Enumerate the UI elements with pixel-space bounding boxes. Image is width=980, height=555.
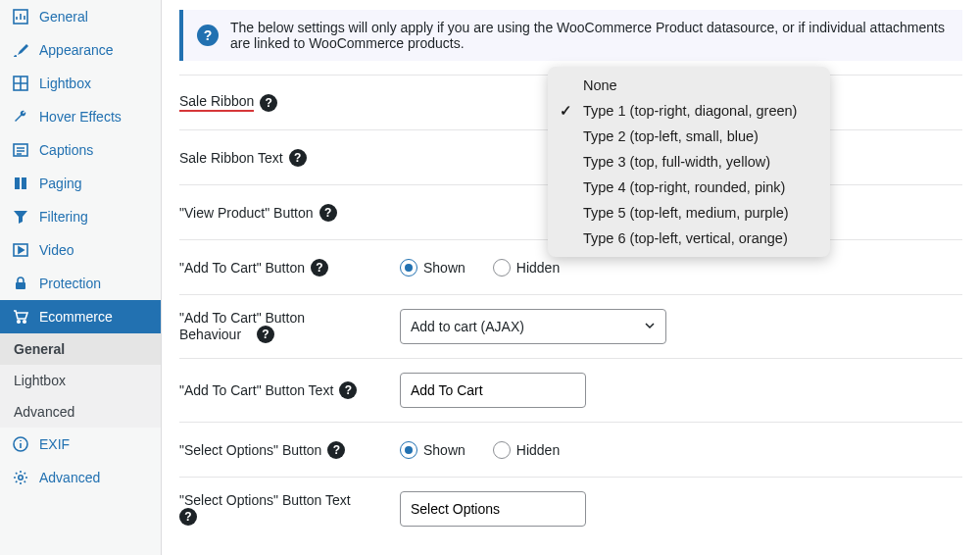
dropdown-option-type4[interactable]: Type 4 (top-right, rounded, pink)	[548, 175, 830, 200]
settings-sidebar: General Appearance Lightbox Hover Effect…	[0, 0, 162, 555]
atc-behaviour-select[interactable]: Add to cart (AJAX)	[400, 309, 666, 344]
svg-point-5	[18, 321, 21, 324]
sidebar-item-protection[interactable]: Protection	[0, 267, 161, 300]
help-icon[interactable]: ?	[339, 381, 357, 399]
radio-hidden[interactable]: Hidden	[493, 259, 560, 277]
sidebar-item-appearance[interactable]: Appearance	[0, 33, 161, 67]
chart-icon	[12, 8, 29, 25]
sidebar-item-label: Video	[39, 242, 74, 258]
radio-label: Shown	[423, 260, 466, 276]
sidebar-item-label: EXIF	[39, 436, 70, 452]
sidebar-item-paging[interactable]: Paging	[0, 167, 161, 200]
book-icon	[12, 175, 29, 192]
info-circle-icon: ?	[197, 25, 219, 46]
svg-point-8	[19, 476, 23, 479]
sidebar-sub-label: Advanced	[14, 404, 74, 420]
sidebar-item-captions[interactable]: Captions	[0, 133, 161, 167]
radio-circle-icon	[400, 259, 417, 277]
sidebar-sub-advanced[interactable]: Advanced	[0, 396, 161, 428]
sidebar-item-label: Hover Effects	[39, 109, 122, 125]
option-label: None	[583, 77, 617, 93]
radio-circle-icon	[493, 441, 511, 459]
brush-icon	[12, 41, 29, 59]
svg-point-6	[24, 321, 26, 324]
radio-circle-icon	[400, 441, 417, 459]
sidebar-item-advanced[interactable]: Advanced	[0, 461, 161, 494]
row-select-options-button: "Select Options" Button ? Shown Hidden	[179, 422, 962, 477]
label-text: "Add To Cart" Button Text	[179, 382, 333, 398]
radio-hidden[interactable]: Hidden	[493, 441, 560, 459]
info-icon	[12, 435, 29, 453]
sidebar-item-label: Paging	[39, 176, 82, 191]
option-label: Type 4 (top-right, rounded, pink)	[583, 179, 785, 195]
sidebar-item-label: Protection	[39, 276, 101, 291]
sidebar-item-filtering[interactable]: Filtering	[0, 200, 161, 233]
option-label: Type 5 (top-left, medium, purple)	[583, 205, 789, 221]
cart-icon	[12, 308, 29, 326]
sidebar-item-general[interactable]: General	[0, 0, 161, 33]
sale-ribbon-dropdown[interactable]: None ✓ Type 1 (top-right, diagonal, gree…	[548, 67, 830, 257]
funnel-icon	[12, 208, 29, 226]
sidebar-sub-label: General	[14, 341, 65, 357]
help-icon[interactable]: ?	[257, 326, 274, 343]
dropdown-option-type6[interactable]: Type 6 (top-left, vertical, orange)	[548, 226, 830, 251]
dropdown-option-none[interactable]: None	[548, 73, 830, 98]
radio-label: Hidden	[516, 260, 560, 276]
label-text: "View Product" Button	[179, 205, 314, 221]
info-notice: ? The below settings will only apply if …	[179, 10, 962, 61]
select-options-text-input[interactable]	[400, 491, 586, 527]
sidebar-item-hover-effects[interactable]: Hover Effects	[0, 100, 161, 133]
sidebar-sub-general[interactable]: General	[0, 333, 161, 365]
radio-shown[interactable]: Shown	[400, 259, 466, 277]
field-label: Sale Ribbon ?	[179, 93, 400, 112]
check-icon: ✓	[560, 103, 572, 119]
settings-main: ? The below settings will only apply if …	[162, 0, 980, 555]
chevron-down-icon	[644, 319, 656, 334]
sidebar-item-ecommerce[interactable]: Ecommerce	[0, 300, 161, 333]
wrench-icon	[12, 108, 29, 126]
label-line2: Behaviour	[179, 327, 241, 342]
label-text: "Select Options" Button Text	[179, 492, 351, 508]
select-value: Add to cart (AJAX)	[411, 319, 524, 334]
field-label: Sale Ribbon Text ?	[179, 149, 400, 167]
sidebar-item-label: Captions	[39, 142, 93, 158]
sidebar-item-video[interactable]: Video	[0, 233, 161, 267]
sidebar-item-label: Filtering	[39, 209, 88, 225]
dropdown-option-type2[interactable]: Type 2 (top-left, small, blue)	[548, 124, 830, 149]
help-icon[interactable]: ?	[319, 204, 337, 222]
field-label: "Add To Cart" Button Behaviour ?	[179, 310, 400, 343]
field-label: "View Product" Button ?	[179, 204, 400, 222]
atc-text-input[interactable]	[400, 373, 586, 408]
radio-label: Shown	[423, 442, 466, 458]
radio-circle-icon	[493, 259, 511, 277]
lock-icon	[12, 275, 29, 292]
radio-label: Hidden	[516, 442, 560, 458]
field-label: "Add To Cart" Button ?	[179, 259, 400, 277]
label-text: Sale Ribbon	[179, 93, 254, 112]
help-icon[interactable]: ?	[311, 259, 328, 277]
row-atc-behaviour: "Add To Cart" Button Behaviour ? Add to …	[179, 294, 962, 358]
list-icon	[12, 141, 29, 159]
play-icon	[12, 241, 29, 259]
field-label: "Select Options" Button ?	[179, 441, 400, 459]
help-icon[interactable]: ?	[179, 508, 197, 526]
sidebar-item-label: Advanced	[39, 470, 100, 485]
sidebar-item-lightbox[interactable]: Lightbox	[0, 67, 161, 100]
dropdown-option-type1[interactable]: ✓ Type 1 (top-right, diagonal, green)	[548, 98, 830, 124]
label-text: Sale Ribbon Text	[179, 150, 283, 166]
field-label: "Add To Cart" Button Text ?	[179, 381, 400, 399]
radio-group: Shown Hidden	[400, 259, 560, 277]
help-icon[interactable]: ?	[327, 441, 345, 459]
dropdown-option-type5[interactable]: Type 5 (top-left, medium, purple)	[548, 200, 830, 226]
help-icon[interactable]: ?	[289, 149, 307, 167]
label-line1: "Add To Cart" Button	[179, 310, 305, 326]
dropdown-option-type3[interactable]: Type 3 (top, full-width, yellow)	[548, 149, 830, 175]
grid-icon	[12, 75, 29, 92]
help-icon[interactable]: ?	[260, 94, 277, 112]
row-atc-button-text: "Add To Cart" Button Text ?	[179, 358, 962, 422]
radio-shown[interactable]: Shown	[400, 441, 466, 459]
option-label: Type 6 (top-left, vertical, orange)	[583, 230, 788, 246]
option-label: Type 3 (top, full-width, yellow)	[583, 154, 770, 170]
sidebar-item-exif[interactable]: EXIF	[0, 428, 161, 461]
sidebar-sub-lightbox[interactable]: Lightbox	[0, 365, 161, 396]
